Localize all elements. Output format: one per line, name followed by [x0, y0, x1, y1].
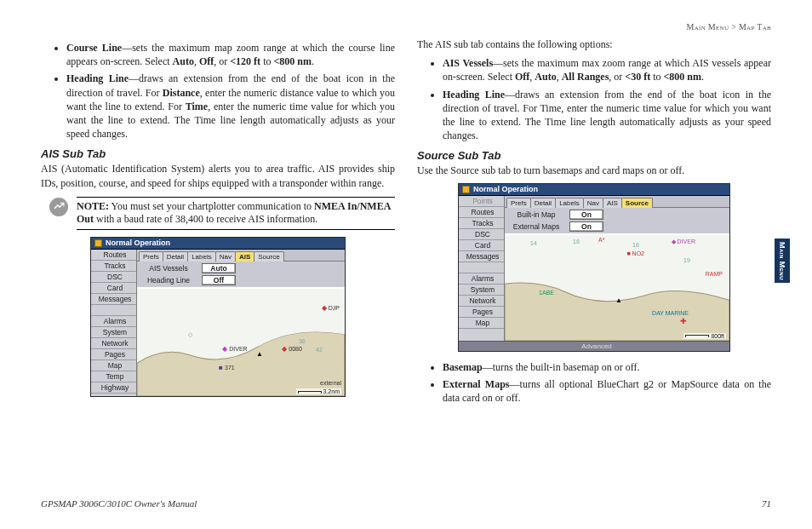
manual-title: GPSMAP 3006C/3010C Owner's Manual — [41, 498, 197, 509]
sidebar-item[interactable]: Card — [459, 240, 504, 251]
bullet-basemap: Basemap—turns the built-in basemap on or… — [443, 360, 771, 374]
page-footer: GPSMAP 3006C/3010C Owner's Manual 71 — [41, 498, 771, 509]
bullet-external-maps: External Maps—turns all optional BlueCha… — [443, 377, 771, 405]
sidebar-item[interactable]: Network — [91, 338, 136, 349]
sidebar-item[interactable]: Map — [459, 318, 504, 329]
marker-icon: ◆ DJP — [322, 304, 340, 312]
sidebar-item[interactable]: Tracks — [91, 261, 136, 272]
option-label: Heading Line — [139, 276, 198, 285]
tab-source[interactable]: Source — [254, 251, 283, 262]
sidebar-item[interactable]: Alarms — [91, 316, 136, 327]
bullet-ais-vessels: AIS Vessels—sets the maximum max zoom ra… — [443, 56, 771, 83]
right-column: The AIS sub tab contains the following o… — [417, 37, 771, 411]
sidebar-item[interactable]: System — [91, 327, 136, 338]
bullet-heading-line-2: Heading Line—draws an extension from the… — [443, 88, 771, 143]
tab-source[interactable]: Source — [621, 198, 653, 208]
ais-subtab-heading: AIS Sub Tab — [41, 147, 395, 160]
note-icon — [49, 198, 68, 216]
option-label: External Maps — [506, 222, 566, 231]
marker-icon: ◆ 0080 — [282, 345, 302, 353]
sidebar-item[interactable] — [459, 262, 504, 273]
tab-nav[interactable]: Nav — [215, 251, 236, 262]
sidebar-item[interactable]: Messages — [91, 294, 136, 305]
right-bullets: AIS Vessels—sets the maximum max zoom ra… — [417, 56, 771, 142]
option-value[interactable]: On — [569, 210, 603, 220]
sidebar-item[interactable]: Network — [459, 296, 504, 307]
page-number: 71 — [762, 498, 771, 509]
option-label: AIS Vessels — [139, 264, 198, 273]
advanced-button[interactable]: Advanced — [459, 341, 729, 351]
marker-icon: ✚ — [680, 317, 687, 325]
tab-labels[interactable]: Labels — [187, 251, 216, 262]
marker-icon: ◆ DIVER — [222, 345, 248, 353]
sidebar-item[interactable]: Temp — [91, 371, 136, 382]
option-value[interactable]: Auto — [202, 263, 236, 273]
bullet-heading-line: Heading Line—draws an extension from the… — [66, 72, 395, 141]
left-column: Course Line—sets the maximum map zoom ra… — [41, 37, 395, 411]
app-flag-icon — [94, 239, 102, 247]
tabs: PrefsDetailLabelsNavAISSource — [505, 196, 729, 208]
sidebar-item[interactable]: Map — [91, 360, 136, 371]
tab-prefs[interactable]: Prefs — [506, 198, 531, 208]
scale-label: 3.2nm — [296, 388, 341, 394]
marker-icon: ■ 371 — [219, 364, 235, 371]
window-title: Normal Operation — [473, 185, 538, 193]
tab-detail[interactable]: Detail — [530, 198, 556, 208]
boat-icon: ▲ — [615, 296, 622, 304]
tabs: PrefsDetailLabelsNavAISSource — [137, 250, 345, 262]
boat-icon: ▲ — [256, 350, 263, 358]
breadcrumb: Main Menu > Map Tab — [687, 22, 771, 32]
tab-nav[interactable]: Nav — [583, 198, 603, 208]
marine-label: DAY MARINE — [652, 310, 689, 316]
sidebar-item[interactable]: Pages — [91, 349, 136, 360]
sidebar-item[interactable]: Alarms — [459, 273, 504, 285]
ais-options-intro: The AIS sub tab contains the following o… — [417, 37, 771, 51]
sidebar-item[interactable]: Points — [459, 196, 504, 207]
tab-detail[interactable]: Detail — [163, 251, 188, 262]
sidebar-item[interactable]: DSC — [91, 272, 136, 283]
sidebar-item[interactable]: Routes — [91, 250, 136, 261]
option-row: Heading LineOff — [139, 275, 343, 285]
sidebar-item[interactable]: Highway — [91, 382, 136, 394]
tab-prefs[interactable]: Prefs — [139, 251, 163, 262]
sidebar-item[interactable]: Pages — [459, 307, 504, 318]
screenshot-source: Normal Operation PointsRoutesTracksDSCCa… — [458, 183, 730, 352]
left-bullets: Course Line—sets the maximum map zoom ra… — [41, 41, 395, 141]
option-value[interactable]: On — [569, 221, 603, 232]
sidebar-item[interactable]: Routes — [459, 207, 504, 218]
sidebar-item[interactable]: System — [459, 285, 504, 296]
marker-icon: ◆ DIVER — [672, 239, 695, 245]
source-subtab-paragraph: Use the Source sub tab to turn basemaps … — [417, 164, 771, 177]
sidebar: PointsRoutesTracksDSCCardMessagesAlarmsS… — [459, 196, 505, 341]
screenshot-ais: Normal Operation RoutesTracksDSCCardMess… — [90, 237, 346, 397]
sidebar-item[interactable]: Tracks — [459, 218, 504, 229]
source-subtab-heading: Source Sub Tab — [417, 149, 771, 162]
marker-icon: 1ABE — [539, 290, 554, 296]
tab-ais[interactable]: AIS — [235, 251, 254, 262]
note-block: NOTE: You must set your chartplotter com… — [49, 197, 395, 230]
option-row: External MapsOn — [506, 221, 728, 232]
scale-label: 800ft — [683, 333, 726, 339]
marker-icon: RAMP — [706, 271, 723, 277]
marker-icon: ■ NO2 — [626, 250, 644, 256]
sidebar-item[interactable]: DSC — [459, 229, 504, 240]
option-row: AIS VesselsAuto — [139, 263, 343, 273]
sidebar-item[interactable]: Card — [91, 283, 136, 294]
marker-icon: A* — [598, 237, 604, 243]
bullet-course-line: Course Line—sets the maximum map zoom ra… — [66, 41, 395, 68]
sidebar-item[interactable]: Messages — [459, 251, 504, 262]
tab-ais[interactable]: AIS — [603, 198, 622, 208]
option-value[interactable]: Off — [202, 275, 236, 285]
tab-labels[interactable]: Labels — [555, 198, 584, 208]
sidebar: RoutesTracksDSCCardMessagesAlarmsSystemN… — [91, 250, 137, 396]
section-tab: Main Menu — [775, 239, 790, 283]
sidebar-item[interactable] — [91, 305, 136, 316]
source-bullets: Basemap—turns the built-in basemap on or… — [417, 360, 771, 405]
app-flag-icon — [462, 186, 470, 193]
window-title: Normal Operation — [106, 239, 170, 247]
option-row: Built-in MapOn — [506, 210, 728, 220]
ais-subtab-paragraph: AIS (Automatic Identification System) al… — [41, 162, 395, 189]
option-label: Built-in Map — [506, 210, 566, 219]
